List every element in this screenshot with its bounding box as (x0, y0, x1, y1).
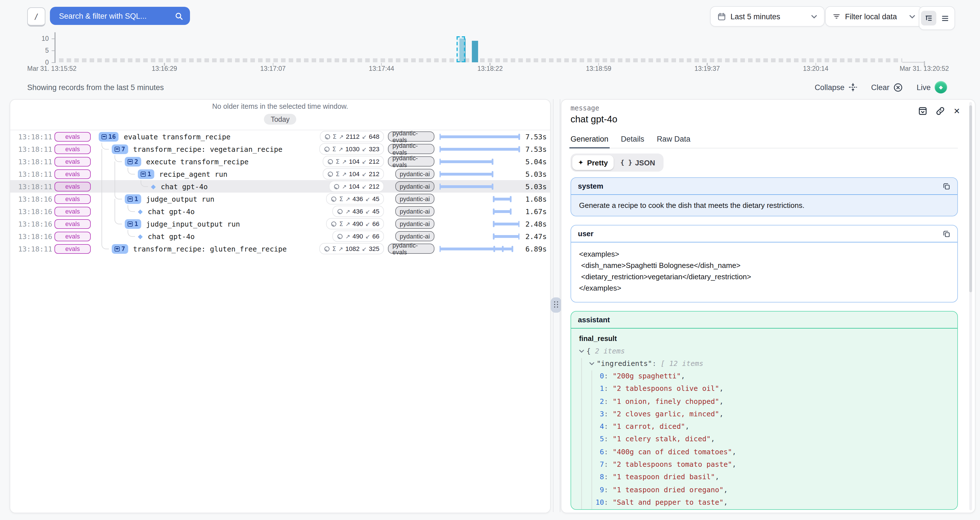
copy-link-icon[interactable] (936, 106, 945, 116)
today-pill[interactable]: Today (264, 114, 297, 125)
pretty-toggle-button[interactable]: ✦ Pretty (572, 155, 614, 170)
service-badge[interactable]: evals (54, 182, 91, 191)
tree-elbow-line (102, 243, 109, 249)
tree-elbow-line (127, 230, 135, 237)
service-badge[interactable]: evals (54, 194, 91, 204)
message-card-assistant: assistant final_result { 2 items "ingred… (571, 311, 958, 510)
json-array-item[interactable]: 1: "2 tablespoons olive oil", (579, 383, 950, 395)
filter-local-data-select[interactable]: Filter local data (825, 6, 923, 27)
row-timestamp: 13:18:16 (18, 195, 50, 203)
trace-row[interactable]: 13:18:11evals◆chat gpt-4o↗104↙212pydanti… (10, 180, 550, 193)
json-toggle-button[interactable]: { } JSON (614, 155, 662, 170)
row-tree-cell: ◆chat gpt-4o (99, 230, 332, 243)
json-array-item[interactable]: 9: "1 teaspoon dried oregano", (579, 484, 950, 496)
row-tree-cell: 7transform_recipe: gluten_free_recipe (99, 243, 319, 255)
json-ingredients-row[interactable]: "ingredients": [ 12 items (579, 357, 950, 370)
x-axis-label: 13:17:07 (260, 65, 286, 72)
filter-icon (832, 13, 840, 21)
tab-generation[interactable]: Generation (571, 135, 609, 148)
service-badge[interactable]: evals (54, 231, 91, 241)
tree-elbow-line (102, 143, 109, 149)
row-tree-cell: 2execute transform_recipe (99, 155, 323, 168)
tree-elbow-line (127, 168, 135, 174)
clear-button[interactable]: Clear (871, 82, 903, 92)
service-badge[interactable]: evals (54, 157, 91, 166)
service-badge[interactable]: evals (54, 132, 91, 141)
expand-toggle-button[interactable]: 7 (112, 244, 128, 254)
time-range-select[interactable]: Last 5 minutes (710, 6, 825, 27)
trace-row[interactable]: 13:18:16evals◆chat gpt-4o↗436↙45pydantic… (10, 205, 550, 217)
token-coin-icon (337, 208, 343, 214)
tokens-out-arrow-icon: ↙ (365, 220, 370, 227)
tree-guide-line (115, 199, 115, 205)
trace-row[interactable]: 13:18:16evals1judge_output runΣ↗436↙45py… (10, 193, 550, 205)
tokens-out-count: 45 (372, 195, 379, 202)
tokens-in-arrow-icon: ↗ (338, 246, 343, 252)
duration-value: 1.67s (520, 207, 547, 216)
role-label: system (578, 182, 603, 190)
live-label: Live (916, 83, 931, 92)
trace-row[interactable]: 13:18:11evals16evaluate transform_recipe… (10, 130, 550, 143)
duration-value: 7.53s (520, 145, 547, 153)
save-view-icon[interactable] (918, 106, 928, 116)
tab-raw-data[interactable]: Raw Data (657, 135, 690, 148)
json-array-item[interactable]: 0: "200g spaghetti", (579, 370, 950, 383)
service-badge[interactable]: evals (54, 144, 91, 154)
copy-icon[interactable] (943, 182, 950, 190)
search-input[interactable]: Search & filter with SQL... (50, 7, 190, 25)
collapse-toggle-button[interactable]: 7 (112, 144, 128, 154)
collapse-toggle-button[interactable]: 1 (125, 219, 141, 228)
detail-panel: message chat gpt-4o ✕ Generation Details… (561, 99, 975, 513)
service-badge[interactable]: evals (54, 169, 91, 179)
package-tag: pydantic-evals (388, 132, 434, 142)
slash-shortcut-key[interactable]: / (27, 7, 45, 27)
json-array-item[interactable]: 8: "1 teaspoon dried basil", (579, 471, 950, 484)
trace-row[interactable]: 13:18:11evals7transform_recipe: vegetari… (10, 143, 550, 155)
trace-row[interactable]: 13:18:11evals7transform_recipe: gluten_f… (10, 243, 550, 255)
span-diamond-icon: ◆ (138, 208, 143, 215)
trace-row[interactable]: 13:18:16evals◆chat gpt-4o↗490↙66pydantic… (10, 230, 550, 243)
json-array-item[interactable]: 7: "2 tablespoons tomato paste", (579, 458, 950, 471)
json-array-item[interactable]: 10: "Salt and pepper to taste", (579, 496, 950, 509)
sigma-icon: Σ (332, 133, 337, 140)
json-array-item[interactable]: 5: "1 celery stalk, diced", (579, 433, 950, 446)
x-axis-label: 13:19:37 (694, 65, 720, 72)
service-badge[interactable]: evals (54, 244, 91, 254)
collapse-button[interactable]: Collapse (815, 83, 858, 92)
duration-bar-track (439, 133, 520, 140)
live-toggle[interactable]: Live ◆ (916, 81, 947, 94)
token-coin-icon (334, 183, 340, 189)
span-name: chat gpt-4o (148, 207, 195, 216)
json-root-row[interactable]: { 2 items (579, 345, 950, 357)
collapse-toggle-button[interactable]: 1 (138, 169, 154, 179)
message-card-system: system Generate a recipe to cook the dis… (571, 177, 958, 216)
close-icon[interactable]: ✕ (954, 106, 960, 116)
service-badge[interactable]: evals (54, 206, 91, 216)
collapse-toggle-button[interactable]: 1 (125, 194, 141, 204)
json-array-item[interactable]: 11: "Parmesan cheese, grated (optional)" (579, 509, 950, 510)
trace-row[interactable]: 13:18:16evals1judge_input_output runΣ↗49… (10, 217, 550, 230)
service-badge[interactable]: evals (54, 219, 91, 228)
package-tag: pydantic-evals (388, 144, 434, 154)
copy-icon[interactable] (943, 230, 950, 238)
json-array-item[interactable]: 3: "2 cloves garlic, minced", (579, 408, 950, 420)
trace-row[interactable]: 13:18:11evals1recipe_agent runΣ↗104↙212p… (10, 168, 550, 180)
json-array-item[interactable]: 4: "1 carrot, diced", (579, 420, 950, 433)
collapse-toggle-button[interactable]: 16 (99, 132, 119, 141)
splitter-drag-handle[interactable] (551, 297, 562, 313)
user-message-line: <examples> (579, 249, 950, 260)
tokens-out-count: 212 (369, 158, 379, 165)
package-tag: pydantic-ai (395, 169, 434, 179)
tokens-out-count: 45 (372, 208, 379, 215)
collapse-toggle-button[interactable]: 2 (125, 157, 141, 166)
row-tree-cell: ◆chat gpt-4o (99, 205, 332, 217)
item-index: 11 (595, 509, 604, 510)
trace-row[interactable]: 13:18:11evals2execute transform_recipeΣ↗… (10, 155, 550, 168)
detail-scrollbar-thumb[interactable] (969, 105, 972, 292)
json-array-item[interactable]: 2: "1 onion, finely chopped", (579, 395, 950, 408)
list-view-button[interactable] (937, 11, 953, 25)
tree-view-button[interactable] (921, 11, 936, 25)
x-tick-mark (706, 63, 708, 66)
json-array-item[interactable]: 6: "400g can of diced tomatoes", (579, 446, 950, 458)
tab-details[interactable]: Details (621, 135, 644, 148)
